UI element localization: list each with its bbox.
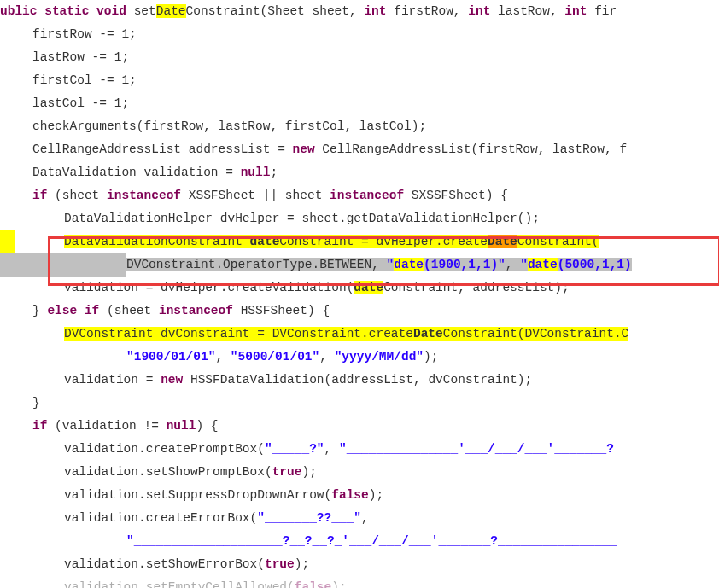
keyword: ublic static void xyxy=(0,4,126,18)
text: fir xyxy=(587,4,617,18)
text: (sheet xyxy=(47,189,107,202)
text: HSSFSheet) { xyxy=(233,304,330,317)
code-line: firstCol -= 1; xyxy=(0,69,719,92)
string-literal: "_______??___" xyxy=(257,511,361,525)
text: ; xyxy=(270,166,278,179)
text: validation = dvHelper.createValidation( xyxy=(64,281,354,294)
string-literal: "____________________?__?__?_'___/___/__… xyxy=(126,534,617,548)
text: checkArguments(firstRow, lastRow, firstC… xyxy=(32,119,426,133)
text: HSSFDataValidation(addressList, dvConstr… xyxy=(183,373,532,387)
keyword: instanceof xyxy=(159,304,233,317)
string-literal: "5000/01/01" xyxy=(231,350,319,364)
text: validation = xyxy=(64,373,161,387)
text: , xyxy=(361,511,369,525)
keyword: int xyxy=(468,4,490,18)
code-line: } xyxy=(0,392,719,415)
text: ); xyxy=(301,465,316,479)
string-literal: " xyxy=(387,258,395,271)
code-line: validation = dvHelper.createValidation(d… xyxy=(0,277,719,300)
text: ); xyxy=(295,557,309,571)
text: lastRow -= 1; xyxy=(32,50,129,64)
highlighted-text: date xyxy=(250,235,280,248)
selected-text: , xyxy=(506,258,520,271)
text: firstCol -= 1; xyxy=(32,73,137,87)
code-line: validation.createErrorBox("_______??___"… xyxy=(0,507,719,530)
code-line: checkArguments(firstRow, lastRow, firstC… xyxy=(0,115,719,138)
highlighted-text: Constraint( xyxy=(517,235,599,248)
string-literal: (1900,1,1)" xyxy=(424,258,506,271)
code-line: lastCol -= 1; xyxy=(0,92,719,115)
code-line: firstRow -= 1; xyxy=(0,23,719,46)
text: lastCol -= 1; xyxy=(32,96,129,110)
keyword: int xyxy=(364,4,386,18)
text: (validation != xyxy=(47,419,166,433)
highlighted-string: date xyxy=(394,258,424,271)
text: ); xyxy=(331,580,346,588)
code-line: if (sheet instanceof XSSFSheet || sheet … xyxy=(0,184,719,207)
string-literal: "yyyy/MM/dd" xyxy=(335,350,424,364)
string-literal: " xyxy=(520,258,528,271)
text: set xyxy=(126,4,156,18)
highlighted-text-orange: Date xyxy=(488,235,517,248)
text: validation.setShowErrorBox( xyxy=(64,557,265,571)
keyword: false xyxy=(295,580,332,588)
keyword: int xyxy=(564,4,587,18)
code-line: } else if (sheet instanceof HSSFSheet) { xyxy=(0,300,719,323)
string-literal: (5000,1,1) xyxy=(558,258,632,271)
text: validation.setSuppressDropDownArrow( xyxy=(64,488,331,502)
highlighted-text: Constraint(DVConstraint.C xyxy=(443,327,629,341)
text: Constraint(Sheet sheet, xyxy=(186,4,365,18)
code-line: if (validation != null) { xyxy=(0,415,719,438)
keyword: null xyxy=(167,419,196,433)
text: ); xyxy=(424,350,438,364)
keyword: if xyxy=(32,419,47,433)
highlighted-text: Constraint = dvHelper.create xyxy=(279,235,488,248)
highlighted-text: DVConstraint dvConstraint = DVConstraint… xyxy=(64,327,413,341)
code-line: DataValidation validation = null; xyxy=(0,161,719,184)
text: , xyxy=(324,442,339,456)
keyword: null xyxy=(241,166,271,179)
code-line: "1900/01/01", "5000/01/01", "yyyy/MM/dd"… xyxy=(0,346,719,369)
text: lastRow, xyxy=(490,4,564,18)
text: } xyxy=(32,304,47,317)
keyword: if xyxy=(32,189,47,202)
code-line: ublic static void setDateConstraint(Shee… xyxy=(0,0,719,23)
text: firstRow, xyxy=(387,4,469,18)
text: DataValidationHelper dvHelper = sheet.ge… xyxy=(64,212,540,225)
keyword: else if xyxy=(47,304,99,317)
string-literal: "1900/01/01" xyxy=(126,350,215,364)
code-line-highlighted: DataValidationConstraint dateConstraint … xyxy=(0,230,719,253)
text: ) { xyxy=(196,419,218,433)
code-line: validation = new HSSFDataValidation(addr… xyxy=(0,369,719,392)
highlighted-string: date xyxy=(528,258,558,271)
code-viewer: ublic static void setDateConstraint(Shee… xyxy=(0,0,719,588)
keyword: true xyxy=(265,557,295,571)
text: validation.createPromptBox( xyxy=(64,442,265,456)
code-line: validation.setEmptyCellAllowed(false); xyxy=(0,576,719,588)
code-line: lastRow -= 1; xyxy=(0,46,719,69)
text: , xyxy=(215,350,230,364)
text: XSSFSheet || sheet xyxy=(181,189,330,202)
selected-text: DVConstraint.OperatorType.BETWEEN, xyxy=(126,258,387,271)
text: validation.setShowPromptBox( xyxy=(64,465,272,479)
highlighted-text: DataValidationConstraint xyxy=(64,235,250,248)
keyword: new xyxy=(293,143,315,156)
code-line-highlighted: DVConstraint dvConstraint = DVConstraint… xyxy=(0,323,719,346)
text: , xyxy=(319,350,334,364)
highlighted-text: date xyxy=(354,281,383,294)
highlighted-text: Date xyxy=(413,327,443,341)
text: DataValidation validation = xyxy=(32,166,241,179)
code-line: "____________________?__?__?_'___/___/__… xyxy=(0,530,719,553)
keyword: instanceof xyxy=(107,189,181,202)
highlighted-text: Date xyxy=(156,4,186,18)
text: (sheet xyxy=(99,304,159,317)
keyword: true xyxy=(272,465,302,479)
text: firstRow -= 1; xyxy=(32,27,137,41)
text: SXSSFSheet) { xyxy=(404,189,508,202)
text: validation.setEmptyCellAllowed( xyxy=(64,580,295,588)
code-line: DataValidationHelper dvHelper = sheet.ge… xyxy=(0,207,719,230)
code-line: validation.setShowErrorBox(true); xyxy=(0,553,719,576)
text: CellRangeAddressList addressList = xyxy=(32,143,293,156)
text: validation.createErrorBox( xyxy=(64,511,257,525)
code-line: CellRangeAddressList addressList = new C… xyxy=(0,138,719,161)
